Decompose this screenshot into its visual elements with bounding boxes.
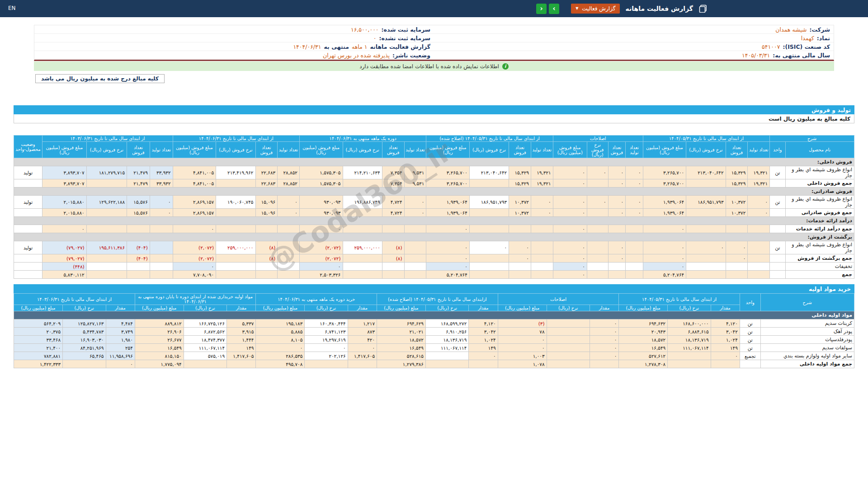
cell (216, 271, 255, 279)
section-row: درآمد ارائه خدمات: (14, 217, 854, 225)
header-cell: واحد (770, 142, 786, 158)
cell: ۱۵,۳۲۹ (509, 166, 531, 179)
cell: ۲۵۹,۰۰۰,۰۰۰ (216, 241, 255, 254)
signed-info-text: اطلاعات نمایش داده شده با اطلاعات امضا ش… (359, 63, 499, 70)
cell: ۸۸۹,۸۱۲ (135, 319, 184, 328)
cell: ۰ (587, 166, 608, 179)
header-sharh: شرح (770, 136, 854, 142)
unit-cell: تجمیع (740, 352, 760, 360)
data-row: انواع ظروف شیشه اي بطر و جارتن۱۹,۳۲۱۱۵,۳… (14, 166, 854, 179)
info-value: ۱۶,۵۰۰,۰۰۰ (351, 26, 379, 33)
report-type-dropdown[interactable]: گزارش فعالیت ▼ (571, 4, 620, 14)
cell: ۱,۰۲۴ (469, 336, 498, 344)
cell: فروش داخلی: (14, 158, 854, 166)
language-toggle[interactable]: EN (8, 5, 16, 11)
cell: ۱۲۵,۸۲۷,۱۶۳ (63, 319, 106, 328)
cell: ۰ (553, 241, 587, 254)
cell: ۰ (553, 209, 587, 217)
header-cell: نرخ فروش (ریال) (469, 142, 509, 158)
report-type-label: گزارش فعالیت (582, 5, 615, 12)
header-cell: تعداد تولید (626, 142, 643, 158)
row-label: انواع ظروف شیشه اي بطر و جار (785, 241, 854, 254)
row-label: جمع (785, 271, 854, 279)
section-row: فروش داخلی: (14, 158, 854, 166)
cell (686, 209, 726, 217)
cell: ۰ (278, 196, 300, 209)
cell: ۰ (590, 336, 618, 344)
cell (255, 263, 278, 271)
status-cell (14, 225, 42, 233)
header-cell: مبلغ فروش (میلیون ریال) (643, 142, 686, 158)
cell: ۱۹۵,۱۸۳ (256, 319, 305, 328)
cell: ۷,۷۰۸,۰۹۰ (173, 271, 216, 279)
cell: ۵,۲۰۴,۷۶۴ (426, 271, 469, 279)
cell: ۲۰,۳۷۵ (14, 328, 63, 336)
cell: ۲۶,۹۰۶ (135, 328, 184, 336)
cell: ۰ (531, 209, 553, 217)
info-row: نماد: کهمدا (434, 34, 834, 42)
cell (587, 225, 608, 233)
cell: ۹۳۰,۰۹۳ (300, 196, 343, 209)
info-label: سرمایه ثبت نشده: (379, 35, 430, 42)
info-value: کهمدا (801, 35, 814, 42)
cell: ۱,۲۱۷ (348, 319, 377, 328)
cell (343, 179, 382, 188)
header-cell: مقدار (590, 305, 618, 311)
cell: فروش صادراتی: (14, 188, 854, 196)
tr: مقدارنرخ (ریال)مبلغ (میلیون ریال)مقدارنر… (14, 305, 854, 311)
cell (469, 271, 509, 279)
page-title: گزارش فعالیت ماهانه (625, 5, 693, 12)
info-row: وضعیت ناشر: پذیرفته شده در بورس تهران (34, 51, 434, 60)
cell (608, 225, 626, 233)
nav-forward-button[interactable]: › (549, 4, 559, 14)
div (14, 123, 854, 135)
cell: ۳,۸۹۳,۷۰۷ (42, 179, 87, 188)
cell: ۱۸۶,۹۵۱,۷۹۳ (469, 196, 509, 209)
info-label: نماد: (817, 35, 830, 42)
cell: ۳,۲۶۵,۷۰۰ (426, 179, 469, 188)
cell: ۴,۱۲۰ (711, 319, 740, 328)
cell: ۰ (150, 196, 173, 209)
nav-back-button[interactable]: ‹ (536, 4, 547, 14)
cell (86, 271, 127, 279)
cell: ۱۶۰,۳۸۰,۴۴۴ (305, 319, 348, 328)
cell (531, 254, 553, 263)
cell (216, 209, 255, 217)
cell: ۰ (608, 196, 626, 209)
status-cell (14, 209, 42, 217)
header-cell: واحد (740, 294, 760, 311)
info-row: شرکت: شیشه همدان (434, 25, 834, 34)
info-value: ۵۴۱۰۰۷ (762, 43, 780, 50)
cell: مواد اولیه داخلی (14, 311, 854, 319)
cell: ۱۶۶,۷۲۵,۱۲۶ (184, 319, 226, 328)
cell (469, 225, 509, 233)
cell: ۱۰,۳۷۲ (509, 209, 531, 217)
cell: ۳,۷۴۹ (106, 328, 135, 336)
unit-cell: تن (770, 196, 786, 209)
cell (305, 360, 348, 368)
cell: ۱۹۶,۸۸۶,۷۴۹ (343, 196, 382, 209)
cell: ۰ (608, 166, 626, 179)
cell: ۱۹,۳۲۱ (531, 166, 553, 179)
cell: ۰ (173, 225, 216, 233)
cell: ۱۱۱,۰۶۷,۱۱۴ (425, 344, 468, 352)
cell: ۲۱۴,۲۱۰,۶۳۴ (343, 166, 382, 179)
cell: ۲,۰۱۵,۸۸۰ (42, 209, 87, 217)
cell: ۰ (553, 254, 587, 263)
header-cell: مقدار (711, 305, 740, 311)
status-cell (14, 263, 42, 271)
tbody: مواد اولیه داخلیکربنات سدیمتن۴,۱۲۰۱۶۸,۶۰… (14, 311, 854, 368)
info-label: گزارش فعالیت ماهانه (370, 43, 430, 50)
cell: ۱۶۸,۶۰۰,۰۰۰ (668, 319, 711, 328)
cell: (۲,۰۷۲) (173, 254, 216, 263)
cell: (۲,۰۷۲) (300, 254, 343, 263)
cell: ۱۸۱,۲۷۹,۷۱۵ (86, 166, 127, 179)
cell: ۰ (300, 263, 343, 271)
cell (726, 263, 748, 271)
row-label: تخفیفات (785, 263, 854, 271)
cell: ۳۳,۹۳۲ (150, 166, 173, 179)
cell: ۰ (643, 263, 686, 271)
cell: ۲,۵۰۳,۳۲۶ (300, 271, 343, 279)
cell (150, 225, 173, 233)
header-cell: تعداد تولید (150, 142, 173, 158)
